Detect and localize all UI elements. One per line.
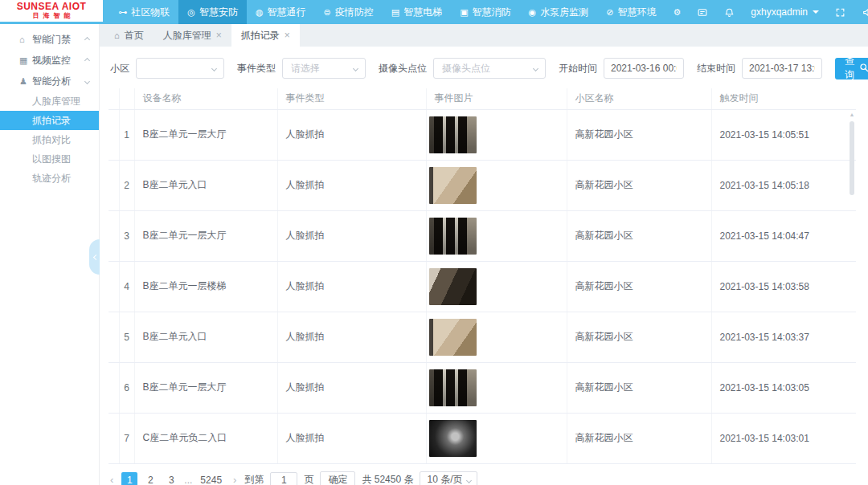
environment-icon: ⊘ <box>606 8 613 17</box>
sidebar-group-2[interactable]: ♟智能分析 <box>0 71 99 92</box>
event-type-filter: 事件类型 请选择 <box>237 58 366 79</box>
nav-item-7[interactable]: ⊘智慧环境 <box>597 0 665 24</box>
community-cell: 高新花园小区 <box>567 312 711 362</box>
workorder-icon[interactable] <box>689 7 716 18</box>
nav-item-3[interactable]: ⊜疫情防控 <box>315 0 383 24</box>
sidebar-item-label: 抓拍记录 <box>32 114 71 128</box>
close-tab-icon[interactable]: × <box>216 30 222 41</box>
nav-item-0[interactable]: ⊶社区物联 <box>109 0 178 24</box>
elevator-icon: ▤ <box>391 8 399 17</box>
column-header: 设备名称 <box>134 88 277 109</box>
nav-item-5[interactable]: ▣智慧消防 <box>451 0 519 24</box>
sidebar-collapse-handle[interactable] <box>89 239 100 275</box>
sidebar-item-2-1[interactable]: 抓拍记录 <box>0 111 99 130</box>
event-type-cell: 人脸抓拍 <box>277 210 426 261</box>
chevron-down-icon <box>353 66 358 71</box>
event-snapshot-image[interactable] <box>429 268 477 305</box>
camera-filter-label: 摄像头点位 <box>379 62 427 75</box>
confirm-page-button[interactable]: 确定 <box>320 471 355 485</box>
pump-monitor-icon: ◉ <box>529 8 537 17</box>
page-size-select[interactable]: 10 条/页 <box>420 471 477 485</box>
selection-cell <box>108 109 119 160</box>
edge-partial-icon[interactable] <box>854 7 868 18</box>
tab-0[interactable]: ⌂首页 <box>104 24 154 47</box>
community-select[interactable] <box>136 58 224 79</box>
community-filter: 小区 <box>110 58 224 79</box>
chevron-left-icon <box>92 254 98 259</box>
close-tab-icon[interactable]: × <box>285 30 290 41</box>
goto-page-input[interactable] <box>270 472 297 485</box>
scroll-up-icon[interactable]: ▲ <box>849 110 855 118</box>
main-layout: ⌂智能门禁▦视频监控♟智能分析人脸库管理抓拍记录抓拍对比以图搜图轨迹分析 ⌂首页… <box>0 24 868 485</box>
sidebar-item-2-4[interactable]: 轨迹分析 <box>0 169 99 188</box>
content-area: ⌂首页人脸库管理×抓拍记录× 小区 事件类型 请选择 <box>100 24 868 485</box>
table-row: 6B座二单元一层大厅人脸抓拍高新花园小区2021-03-15 14:03:05 <box>108 362 856 413</box>
row-index: 2 <box>119 160 134 210</box>
sidebar-item-2-3[interactable]: 以图搜图 <box>0 149 99 169</box>
event-snapshot-image[interactable] <box>429 167 477 204</box>
nav-item-label: 社区物联 <box>131 6 170 19</box>
camera-select[interactable]: 摄像头点位 <box>433 58 546 79</box>
page-button-1[interactable]: 1 <box>121 472 137 485</box>
device-name-cell: B座二单元一层楼梯 <box>134 261 277 312</box>
brand-name: SUNSEA AIOT <box>17 2 87 12</box>
event-type-cell: 人脸抓拍 <box>277 312 426 362</box>
search-icon <box>859 63 868 75</box>
chevron-down-icon <box>813 10 819 17</box>
capture-records-page: 小区 事件类型 请选择 摄像头点位 <box>100 47 868 485</box>
total-count-label: 共 52450 条 <box>362 473 413 485</box>
tab-2[interactable]: 抓拍记录× <box>231 24 300 47</box>
search-button-label: 查询 <box>845 55 854 82</box>
end-time-input[interactable] <box>742 58 822 79</box>
camera-filter: 摄像头点位 摄像头点位 <box>379 58 546 79</box>
page-button-5245[interactable]: 5245 <box>197 472 225 485</box>
topbar: SUNSEA AIOT 日海智能 ⊶社区物联◎智慧安防◍智慧通行⊜疫情防控▤智慧… <box>0 0 868 24</box>
chevron-down-icon <box>533 66 538 71</box>
event-snapshot-image[interactable] <box>429 319 477 356</box>
page-button-3[interactable]: 3 <box>163 472 179 485</box>
nav-item-label: 疫情防控 <box>335 6 374 19</box>
table-scrollbar[interactable]: ▲ <box>849 110 855 463</box>
trigger-time-cell: 2021-03-15 14:03:58 <box>711 261 856 312</box>
sidebar-group-0[interactable]: ⌂智能门禁 <box>0 29 99 50</box>
nav-item-2[interactable]: ◍智慧通行 <box>247 0 315 24</box>
event-snapshot-image[interactable] <box>429 420 477 457</box>
sidebar-item-2-0[interactable]: 人脸库管理 <box>0 92 99 111</box>
expand-icon[interactable] <box>827 7 854 18</box>
table-row: 5B座二单元入口人脸抓拍高新花园小区2021-03-15 14:03:37 <box>108 312 856 362</box>
event-snapshot-image[interactable] <box>429 116 477 153</box>
nav-item-label: 智慧消防 <box>473 6 511 19</box>
event-type-select[interactable]: 请选择 <box>282 58 366 79</box>
chevron-up-icon <box>84 57 90 63</box>
start-time-input[interactable] <box>604 58 684 79</box>
prev-page-button[interactable]: ‹ <box>108 474 115 485</box>
brand-name-cn: 日海智能 <box>29 12 75 20</box>
sidebar-item-label: 轨迹分析 <box>32 172 71 185</box>
page-unit-label: 页 <box>304 473 313 485</box>
chevron-down-icon <box>466 477 472 483</box>
row-index: 7 <box>119 413 134 463</box>
tab-1[interactable]: 人脸库管理× <box>154 24 231 47</box>
page-ellipsis: ... <box>184 475 192 485</box>
nav-item-4[interactable]: ▤智慧电梯 <box>383 0 451 24</box>
nav-item-1[interactable]: ◎智慧安防 <box>178 0 247 24</box>
bell-icon[interactable] <box>716 7 743 18</box>
sidebar-item-2-2[interactable]: 抓拍对比 <box>0 130 99 149</box>
event-snapshot-image[interactable] <box>429 218 477 255</box>
row-index: 4 <box>119 261 134 312</box>
selection-cell <box>108 413 119 463</box>
next-page-button[interactable]: › <box>231 474 238 485</box>
chevron-down-icon <box>211 66 217 71</box>
community-cell: 高新花园小区 <box>567 413 711 463</box>
nav-item-6[interactable]: ◉水泵房监测 <box>520 0 598 24</box>
start-time-label: 开始时间 <box>559 62 597 75</box>
page-button-2[interactable]: 2 <box>142 472 158 485</box>
event-snapshot-image[interactable] <box>429 369 477 406</box>
user-menu[interactable]: gxhyxqadmin <box>743 6 827 18</box>
gear-icon[interactable]: ⚙ <box>665 8 689 17</box>
row-index: 1 <box>119 109 134 160</box>
sidebar-group-label: 智能门禁 <box>32 33 71 47</box>
scrollbar-thumb[interactable] <box>850 121 854 195</box>
sidebar-group-1[interactable]: ▦视频监控 <box>0 50 99 71</box>
search-button[interactable]: 查询 <box>835 58 868 79</box>
